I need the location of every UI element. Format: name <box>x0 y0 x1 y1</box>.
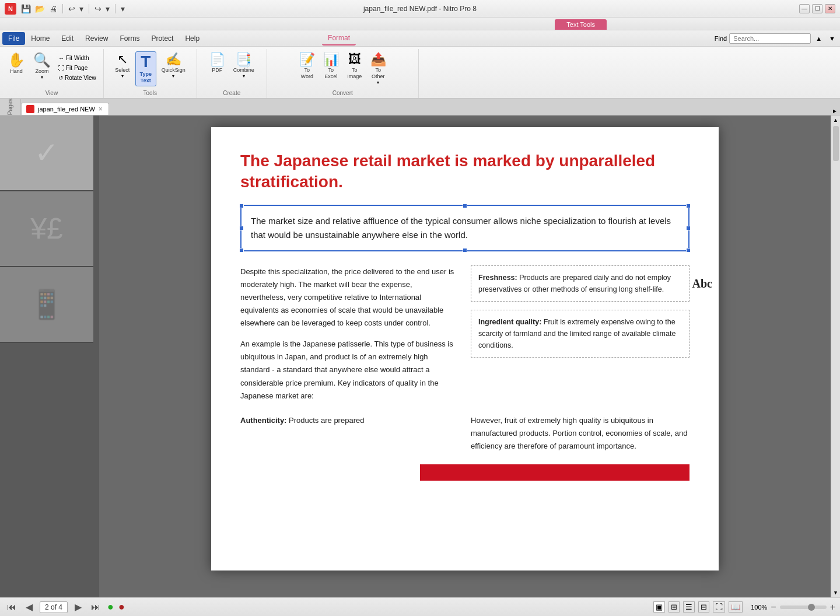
scroll-down-button[interactable]: ▼ <box>831 588 840 597</box>
save-button[interactable]: 💾 <box>20 3 32 15</box>
create-group-label: Create <box>223 90 240 98</box>
open-button[interactable]: 📂 <box>34 3 46 15</box>
to-excel-icon: 📊 <box>323 53 339 66</box>
maximize-button[interactable]: ☐ <box>812 4 822 13</box>
to-excel-label: ToExcel <box>324 67 337 80</box>
quick-access-toolbar: 💾 📂 🖨 ↩ ▾ ↪ ▾ ▾ <box>20 3 126 15</box>
menu-help[interactable]: Help <box>179 32 205 45</box>
minimize-button[interactable]: — <box>799 4 810 13</box>
zoom-slider[interactable] <box>780 606 827 609</box>
handle-bl[interactable] <box>239 248 244 253</box>
combine-label: Combine <box>233 67 254 74</box>
find-prev-button[interactable]: ▲ <box>813 34 824 43</box>
vertical-scrollbar[interactable]: ▲ ▼ <box>831 116 840 597</box>
view-group-label: View <box>46 90 58 98</box>
selected-paragraph: The market size and relative affluence o… <box>251 214 679 242</box>
col-left: Despite this specialization, the price d… <box>240 265 459 402</box>
full-screen-view[interactable]: ⛶ <box>713 601 725 612</box>
double-page-view[interactable]: ⊞ <box>668 601 680 612</box>
pdf-viewport: The Japanese retail market is marked by … <box>99 116 831 597</box>
facing-pages-view[interactable]: ⊟ <box>698 601 709 612</box>
document-tab[interactable]: japan_file_red NEW × <box>21 103 109 115</box>
to-word-button[interactable]: 📝 ToWord <box>296 51 318 82</box>
scroll-up-button[interactable]: ▲ <box>831 116 840 125</box>
print-button[interactable]: 🖨 <box>48 3 58 15</box>
fit-page-icon: ⛶ <box>58 65 64 71</box>
quicksign-icon: ✍ <box>166 53 181 66</box>
find-input[interactable] <box>729 33 811 44</box>
to-image-button[interactable]: 🖼 ToImage <box>344 51 365 82</box>
handle-br[interactable] <box>686 248 691 253</box>
find-next-button[interactable]: ▼ <box>827 34 838 43</box>
page-thumb-3[interactable]: 📱 <box>0 267 93 343</box>
handle-mr[interactable] <box>686 226 691 230</box>
to-excel-button[interactable]: 📊 ToExcel <box>320 51 342 82</box>
handle-tl[interactable] <box>239 204 244 208</box>
redo-dropdown[interactable]: ▾ <box>104 3 111 15</box>
pages-toggle[interactable]: Pages <box>0 99 21 115</box>
title-bar-left: N 💾 📂 🖨 ↩ ▾ ↪ ▾ ▾ <box>5 3 126 15</box>
zoom-button[interactable]: 🔍 Zoom ▾ <box>30 51 54 82</box>
redo-button[interactable]: ↪ <box>93 3 103 15</box>
handle-ml[interactable] <box>239 226 244 230</box>
menu-review[interactable]: Review <box>79 32 114 45</box>
zoom-label-btn: Zoom <box>35 68 48 75</box>
combine-button[interactable]: 📑 Combine ▾ <box>230 51 257 80</box>
thumb-icon-2: ¥£ <box>30 212 63 246</box>
zoom-thumb[interactable] <box>808 604 815 611</box>
select-button[interactable]: ↖ Select ▾ <box>112 51 133 80</box>
fit-width-button[interactable]: ↔ Fit Width <box>56 54 99 62</box>
handle-tc[interactable] <box>463 204 467 208</box>
page-thumb-1[interactable]: ✓ <box>0 116 93 191</box>
close-button[interactable]: ✕ <box>825 4 835 13</box>
page-thumb-2[interactable]: ¥£ <box>0 191 93 267</box>
menu-format[interactable]: Format <box>322 32 356 46</box>
menu-forms[interactable]: Forms <box>114 32 145 45</box>
pages-panel: ✓ ¥£ 📱 <box>0 116 99 597</box>
tab-close-button[interactable]: × <box>99 105 103 113</box>
ribbon-group-create: 📄 PDF 📑 Combine ▾ Create <box>197 49 267 98</box>
nav-prev-button[interactable]: ◀ <box>23 600 35 614</box>
combine-icon: 📑 <box>236 53 251 66</box>
nav-last-button[interactable]: ⏭ <box>89 601 103 614</box>
col-lower-right-text: However, fruit of extremely high quality… <box>471 414 690 453</box>
context-tab-textools[interactable]: Text Tools <box>555 19 607 30</box>
zoom-in-button[interactable]: + <box>830 602 835 612</box>
customize-qat[interactable]: ▾ <box>120 3 126 15</box>
handle-tr[interactable] <box>686 204 691 208</box>
menu-home[interactable]: Home <box>25 32 55 45</box>
menu-edit[interactable]: Edit <box>55 32 79 45</box>
single-page-view[interactable]: ▣ <box>653 601 665 612</box>
quicksign-button[interactable]: ✍ QuickSign ▾ <box>159 51 188 80</box>
abc-cursor: Abc <box>692 274 712 293</box>
type-text-icon: T <box>141 54 150 70</box>
freshness-box: Freshness: Products are prepared daily a… <box>471 265 690 302</box>
tab-scroll-arrow[interactable]: ▸ <box>830 107 840 115</box>
fit-page-button[interactable]: ⛶ Fit Page <box>56 64 99 72</box>
ribbon: ✋ Hand 🔍 Zoom ▾ ↔ Fit Width ⛶ Fit Page <box>0 47 840 99</box>
select-dropdown-icon: ▾ <box>121 74 124 79</box>
menu-protect[interactable]: Protect <box>145 32 179 45</box>
nav-next-button[interactable]: ▶ <box>72 600 84 614</box>
undo-button[interactable]: ↩ <box>67 3 76 15</box>
selected-text-box[interactable]: The market size and relative affluence o… <box>240 205 690 251</box>
menu-file[interactable]: File <box>2 32 25 45</box>
handle-bc[interactable] <box>463 248 467 253</box>
authenticity-label: Authenticity: <box>240 416 286 425</box>
scroll-thumb[interactable] <box>833 126 839 161</box>
type-text-button[interactable]: T TypeText <box>135 51 156 86</box>
rotate-view-button[interactable]: ↺ Rotate View <box>56 74 99 82</box>
pdf-button[interactable]: 📄 PDF <box>206 51 228 75</box>
zoom-out-button[interactable]: − <box>771 602 776 612</box>
pdf-title: The Japanese retail market is marked by … <box>240 150 690 193</box>
continuous-view[interactable]: ☰ <box>683 601 695 612</box>
undo-dropdown[interactable]: ▾ <box>78 3 85 15</box>
green-nav-button[interactable]: ● <box>107 601 114 613</box>
to-image-label: ToImage <box>347 67 362 80</box>
hand-button[interactable]: ✋ Hand <box>5 51 28 76</box>
reading-view[interactable]: 📖 <box>729 601 743 612</box>
red-nav-button[interactable]: ● <box>118 601 125 613</box>
nav-first-button[interactable]: ⏮ <box>5 601 19 614</box>
to-other-button[interactable]: 📤 ToOther ▾ <box>368 51 389 87</box>
rotate-view-icon: ↺ <box>58 75 63 81</box>
